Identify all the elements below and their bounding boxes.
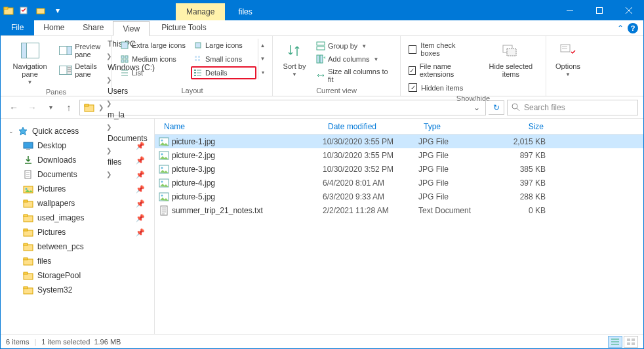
svg-rect-67 — [24, 243, 28, 245]
back-button[interactable]: ← — [6, 100, 22, 115]
file-size: 0 KB — [497, 206, 550, 215]
tab-share[interactable]: Share — [73, 20, 113, 35]
collapse-ribbon-button[interactable]: ⌃ — [617, 24, 624, 33]
tab-home[interactable]: Home — [34, 20, 73, 35]
quick-access-header[interactable]: ⌄ Quick access — [1, 124, 154, 138]
sidebar-item-label: wallpapers — [37, 199, 75, 208]
hide-selected-items-button[interactable]: Hide selected items — [481, 39, 540, 79]
navigation-pane-button[interactable]: Navigation pane ▼ — [6, 39, 54, 87]
qat-new-folder-button[interactable] — [33, 3, 48, 18]
sidebar-item-downloads[interactable]: Downloads📌 — [1, 153, 154, 167]
group-by-button[interactable]: Group by▼ — [313, 40, 395, 52]
minimize-button[interactable] — [555, 1, 584, 20]
image-file-icon — [159, 192, 169, 202]
column-header-size[interactable]: Size — [497, 122, 550, 131]
sidebar-item-pictures[interactable]: Pictures📌 — [1, 182, 154, 196]
tab-view[interactable]: View — [113, 21, 150, 36]
sort-by-label: Sort by — [283, 62, 306, 70]
file-date: 6/4/2020 8:01 AM — [323, 178, 418, 188]
layout-small-icons[interactable]: Small icons — [191, 52, 256, 66]
sidebar-item-documents[interactable]: Documents📌 — [1, 167, 154, 182]
layout-extra-large-icons[interactable]: Extra large icons — [117, 39, 190, 52]
qat-properties-button[interactable] — [16, 3, 31, 18]
size-all-columns-button[interactable]: Size all columns to fit — [313, 66, 395, 85]
options-label: Options — [555, 62, 580, 70]
preview-pane-button[interactable]: Preview pane — [56, 41, 106, 60]
sidebar-item-storagepool[interactable]: StoragePool — [1, 268, 154, 283]
sidebar-item-used_images[interactable]: used_images📌 — [1, 211, 154, 225]
item-check-boxes-checkbox[interactable]: Item check boxes — [406, 40, 476, 58]
search-input[interactable] — [524, 103, 634, 112]
layout-scroll-down[interactable]: ▼ — [258, 54, 267, 64]
context-tab-manage[interactable]: Manage — [176, 3, 225, 20]
text-file-icon — [159, 205, 169, 216]
file-row[interactable]: picture-4.jpg 6/4/2020 8:01 AM JPG File … — [155, 176, 643, 190]
sidebar-item-pictures[interactable]: Pictures📌 — [1, 225, 154, 239]
recent-locations-button[interactable]: ▾ — [43, 100, 58, 115]
layout-scroll-up[interactable]: ▲ — [258, 41, 267, 50]
folder-icon — [23, 256, 33, 266]
file-row[interactable]: picture-3.jpg 10/30/2020 3:52 PM JPG Fil… — [155, 162, 643, 176]
sidebar-item-label: files — [37, 257, 51, 266]
quick-access-icon — [18, 126, 28, 136]
column-header-date[interactable]: Date modified — [323, 122, 418, 131]
svg-rect-71 — [24, 272, 28, 274]
maximize-button[interactable] — [584, 1, 614, 20]
forward-button[interactable]: → — [24, 100, 40, 115]
add-columns-button[interactable]: +Add columns▼ — [313, 53, 395, 65]
status-thumbnails-view-button[interactable] — [624, 336, 638, 348]
column-header-name[interactable]: Name — [155, 122, 323, 131]
layout-medium-icons[interactable]: Medium icons — [117, 52, 190, 66]
tab-file[interactable]: File — [1, 20, 34, 35]
sidebar-item-desktop[interactable]: Desktop📌 — [1, 138, 154, 153]
chevron-right-icon[interactable]: ❯ — [105, 76, 113, 83]
layout-list[interactable]: List — [117, 66, 190, 79]
options-button[interactable]: Options ▼ — [552, 39, 584, 79]
folder-icon — [23, 270, 33, 281]
tab-picture-tools[interactable]: Picture Tools — [152, 20, 215, 35]
downloads-icon — [23, 155, 33, 165]
svg-rect-63 — [24, 215, 28, 216]
svg-point-48 — [512, 104, 517, 109]
sidebar-item-label: StoragePool — [37, 271, 81, 280]
sidebar-item-between_pcs[interactable]: between_pcs — [1, 239, 154, 254]
checkbox-icon — [409, 45, 416, 54]
close-button[interactable] — [614, 1, 643, 20]
layout-details[interactable]: Details — [191, 66, 256, 79]
qat-customize-button[interactable]: ▾ — [50, 3, 65, 18]
breadcrumb[interactable]: ❯ This PC❯Windows (C:)❯Users❯m_la❯Docume… — [79, 100, 486, 115]
svg-rect-52 — [26, 149, 30, 150]
sidebar-item-wallpapers[interactable]: wallpapers📌 — [1, 196, 154, 211]
hidden-items-checkbox[interactable]: ✓Hidden items — [406, 82, 476, 93]
chevron-right-icon[interactable]: ❯ — [105, 100, 113, 107]
file-type: JPG File — [418, 151, 497, 160]
image-file-icon — [159, 178, 169, 188]
sidebar-item-files[interactable]: files — [1, 254, 154, 268]
file-row[interactable]: picture-5.jpg 6/3/2020 9:33 AM JPG File … — [155, 190, 643, 203]
svg-text:+: + — [323, 54, 325, 61]
sidebar-item-system32[interactable]: System32 — [1, 283, 154, 297]
breadcrumb-folder-icon[interactable] — [81, 100, 97, 115]
chevron-right-icon[interactable]: ❯ — [105, 52, 113, 60]
file-name-extensions-checkbox[interactable]: ✓File name extensions — [406, 61, 476, 79]
layout-more-button[interactable]: ▾ — [258, 68, 267, 77]
file-row[interactable]: summer_trip_21_notes.txt 2/2/2021 11:28 … — [155, 203, 643, 217]
file-row[interactable]: picture-2.jpg 10/30/2020 3:55 PM JPG Fil… — [155, 148, 643, 162]
details-pane-button[interactable]: Details pane — [56, 61, 106, 79]
pin-icon: 📌 — [136, 156, 145, 165]
layout-large-icons[interactable]: Large icons — [191, 39, 256, 52]
refresh-button[interactable]: ↻ — [489, 100, 504, 115]
search-box[interactable] — [507, 100, 638, 115]
column-header-type[interactable]: Type — [418, 122, 497, 131]
status-details-view-button[interactable] — [608, 336, 622, 348]
sort-by-button[interactable]: Sort by ▼ — [278, 39, 311, 79]
file-row[interactable]: picture-1.jpg 10/30/2020 3:55 PM JPG Fil… — [155, 134, 643, 148]
chevron-right-icon[interactable]: ❯ — [97, 104, 105, 111]
sidebar-item-label: System32 — [37, 285, 72, 295]
add-columns-icon: + — [316, 54, 325, 64]
up-button[interactable]: ↑ — [61, 100, 77, 115]
address-dropdown-button[interactable]: ⌄ — [470, 103, 484, 112]
svg-rect-26 — [198, 59, 200, 61]
help-button[interactable]: ? — [628, 23, 638, 33]
breadcrumb-segment[interactable]: Users — [105, 84, 157, 98]
